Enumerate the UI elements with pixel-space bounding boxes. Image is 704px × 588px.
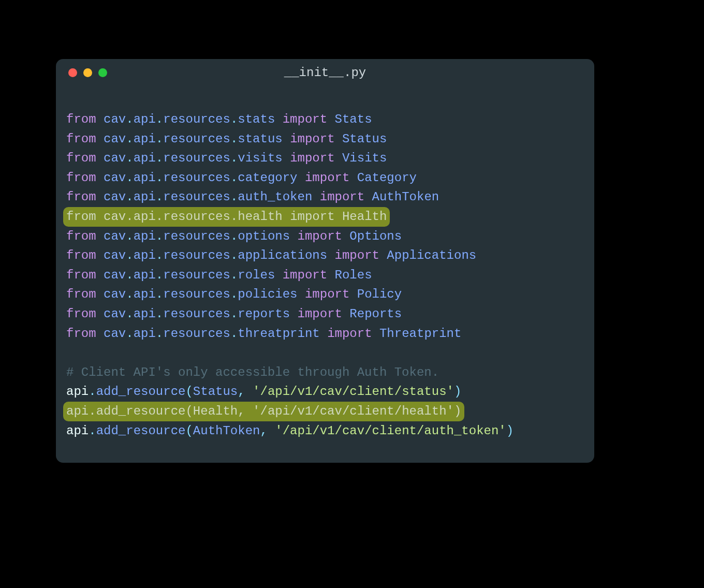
code-line: from cav.api.resources.health import Hea…: [66, 207, 584, 227]
code-line: api.add_resource(Status, '/api/v1/cav/cl…: [66, 382, 584, 402]
dot: .: [230, 287, 238, 301]
module-segment: resources: [163, 151, 230, 165]
module-segment: resources: [163, 171, 230, 185]
dot: .: [230, 327, 238, 341]
module-segment: auth_token: [238, 190, 312, 204]
module-segment: resources: [163, 229, 230, 243]
dot: .: [156, 229, 163, 243]
zoom-icon[interactable]: [98, 68, 107, 77]
import-name: AuthToken: [372, 190, 439, 204]
import-name: Threatprint: [379, 327, 461, 341]
dot: .: [126, 287, 133, 301]
arg-url: '/api/v1/cav/client/health': [253, 404, 454, 418]
arg-resource: Health: [193, 404, 238, 418]
module-segment: roles: [238, 268, 275, 282]
code-line: from cav.api.resources.stats import Stat…: [66, 110, 584, 129]
module-segment: cav: [104, 229, 126, 243]
module-segment: policies: [238, 287, 297, 301]
code-line: # Client API's only accessible through A…: [66, 363, 584, 383]
object: api: [66, 385, 89, 399]
dot: .: [230, 151, 238, 165]
keyword-import: import: [290, 151, 334, 165]
dot: .: [230, 248, 238, 262]
keyword-from: from: [66, 268, 96, 282]
module-segment: visits: [238, 151, 282, 165]
comma: ,: [238, 385, 253, 399]
keyword-from: from: [66, 229, 96, 243]
dot: .: [156, 190, 163, 204]
module-segment: resources: [163, 190, 230, 204]
module-segment: api: [134, 132, 156, 146]
code-area[interactable]: from cav.api.resources.stats import Stat…: [56, 86, 594, 451]
dot: .: [126, 248, 133, 262]
code-line: from cav.api.resources.auth_token import…: [66, 187, 584, 207]
keyword-from: from: [66, 287, 96, 301]
module-segment: api: [134, 268, 156, 282]
method: add_resource: [96, 424, 186, 438]
module-segment: api: [134, 151, 156, 165]
module-segment: resources: [163, 268, 230, 282]
dot: .: [230, 268, 238, 282]
arg-resource: Status: [193, 385, 238, 399]
dot: .: [156, 132, 163, 146]
keyword-from: from: [66, 190, 96, 204]
dot: .: [156, 307, 163, 321]
keyword-from: from: [66, 151, 96, 165]
code-line: from cav.api.resources.category import C…: [66, 168, 584, 188]
comma: ,: [260, 424, 275, 438]
module-segment: resources: [163, 112, 230, 126]
dot: .: [126, 327, 133, 341]
dot: .: [89, 404, 96, 418]
module-segment: api: [134, 190, 156, 204]
keyword-from: from: [66, 248, 96, 262]
module-segment: cav: [104, 112, 126, 126]
module-segment: cav: [104, 248, 126, 262]
blank-line: [66, 343, 584, 363]
keyword-import: import: [305, 287, 349, 301]
module-segment: resources: [163, 248, 230, 262]
code-line: from cav.api.resources.reports import Re…: [66, 304, 584, 324]
keyword-import: import: [283, 268, 327, 282]
keyword-import: import: [327, 327, 372, 341]
editor-window: __init__.py from cav.api.resources.stats…: [56, 59, 594, 463]
module-segment: cav: [104, 287, 126, 301]
dot: .: [126, 229, 133, 243]
module-segment: api: [134, 171, 156, 185]
titlebar: __init__.py: [56, 59, 594, 86]
minimize-icon[interactable]: [83, 68, 92, 77]
module-segment: cav: [104, 151, 126, 165]
object: api: [66, 404, 89, 418]
module-segment: api: [134, 307, 156, 321]
keyword-import: import: [305, 171, 349, 185]
method: add_resource: [96, 404, 186, 418]
module-segment: api: [134, 287, 156, 301]
dot: .: [156, 210, 163, 224]
method: add_resource: [96, 385, 186, 399]
dot: .: [230, 132, 238, 146]
dot: .: [126, 112, 133, 126]
dot: .: [156, 151, 163, 165]
module-segment: status: [238, 132, 282, 146]
keyword-import: import: [298, 229, 342, 243]
arg-resource: AuthToken: [193, 424, 260, 438]
module-segment: applications: [238, 248, 327, 262]
import-name: Stats: [335, 112, 372, 126]
import-name: Health: [342, 210, 387, 224]
module-segment: options: [238, 229, 290, 243]
code-line: from cav.api.resources.threatprint impor…: [66, 324, 584, 344]
dot: .: [230, 171, 238, 185]
close-icon[interactable]: [68, 68, 77, 77]
module-segment: cav: [104, 190, 126, 204]
module-segment: resources: [163, 210, 230, 224]
import-name: Roles: [335, 268, 372, 282]
dot: .: [89, 424, 96, 438]
import-name: Visits: [342, 151, 387, 165]
paren-open: (: [185, 424, 193, 438]
module-segment: api: [134, 210, 156, 224]
module-segment: api: [134, 112, 156, 126]
module-segment: cav: [104, 307, 126, 321]
dot: .: [156, 268, 163, 282]
code-line: api.add_resource(Health, '/api/v1/cav/cl…: [66, 402, 584, 421]
import-name: Options: [349, 229, 402, 243]
keyword-from: from: [66, 171, 96, 185]
